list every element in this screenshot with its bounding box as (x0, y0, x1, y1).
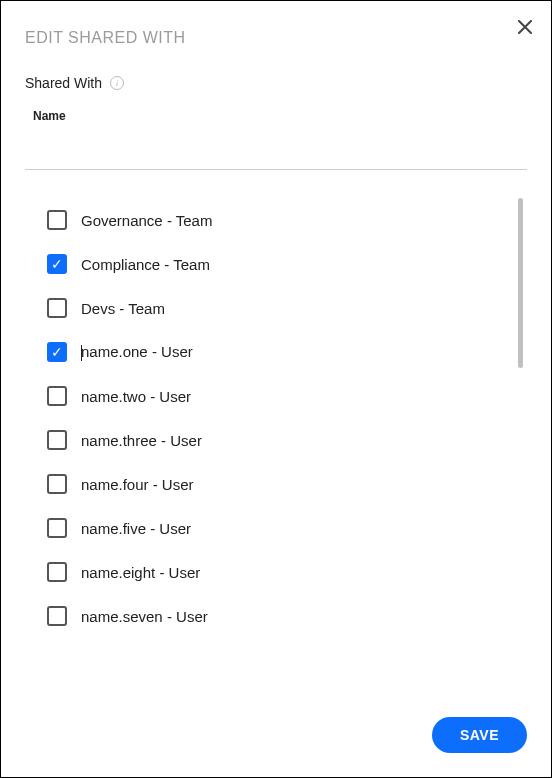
checkbox[interactable]: ✓ (47, 386, 67, 406)
share-list-container: ✓Governance - Team✓Compliance - Team✓Dev… (25, 194, 527, 634)
list-item: ✓name.two - User (47, 374, 527, 418)
checkbox[interactable]: ✓ (47, 342, 67, 362)
dialog-footer: SAVE (25, 717, 527, 753)
item-label: name.four - User (81, 476, 194, 493)
list-item: ✓name.seven - User (47, 594, 527, 634)
item-label: Devs - Team (81, 300, 165, 317)
list-item: ✓name.five - User (47, 506, 527, 550)
list-item: ✓name.four - User (47, 462, 527, 506)
list-item: ✓name.three - User (47, 418, 527, 462)
dialog-title: EDIT SHARED WITH (25, 29, 527, 47)
checkbox[interactable]: ✓ (47, 430, 67, 450)
item-label: name.seven - User (81, 608, 208, 625)
info-icon[interactable]: i (110, 76, 124, 90)
edit-shared-with-dialog: EDIT SHARED WITH Shared With i Name ✓Gov… (1, 1, 551, 777)
list-item: ✓name.one - User (47, 330, 527, 374)
list-item: ✓name.eight - User (47, 550, 527, 594)
close-button[interactable] (513, 15, 537, 39)
item-label: name.five - User (81, 520, 191, 537)
share-list: ✓Governance - Team✓Compliance - Team✓Dev… (25, 194, 527, 634)
scrollbar[interactable] (518, 198, 523, 368)
item-label: name.one - User (81, 343, 193, 361)
name-column-header: Name (33, 109, 527, 123)
checkbox[interactable]: ✓ (47, 474, 67, 494)
checkbox[interactable]: ✓ (47, 518, 67, 538)
item-label: name.three - User (81, 432, 202, 449)
checkbox[interactable]: ✓ (47, 606, 67, 626)
list-item: ✓Governance - Team (47, 198, 527, 242)
save-button[interactable]: SAVE (432, 717, 527, 753)
close-icon (518, 20, 532, 34)
checkbox[interactable]: ✓ (47, 298, 67, 318)
name-filter-input[interactable] (25, 139, 527, 170)
checkbox[interactable]: ✓ (47, 254, 67, 274)
item-label: Compliance - Team (81, 256, 210, 273)
list-item: ✓Devs - Team (47, 286, 527, 330)
checkmark-icon: ✓ (51, 257, 63, 271)
item-label: name.eight - User (81, 564, 200, 581)
shared-with-label-row: Shared With i (25, 75, 527, 91)
checkbox[interactable]: ✓ (47, 562, 67, 582)
checkbox[interactable]: ✓ (47, 210, 67, 230)
list-item: ✓Compliance - Team (47, 242, 527, 286)
item-label: name.two - User (81, 388, 191, 405)
shared-with-label: Shared With (25, 75, 102, 91)
item-label: Governance - Team (81, 212, 212, 229)
checkmark-icon: ✓ (51, 345, 63, 359)
